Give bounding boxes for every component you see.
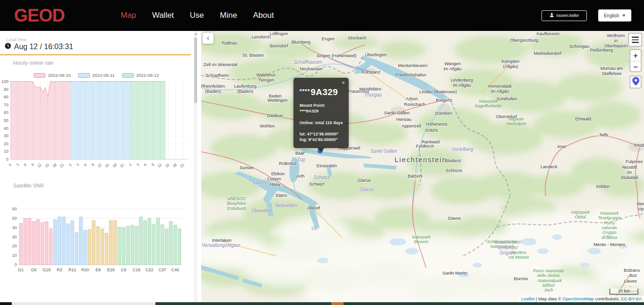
map-label: Horw [270, 182, 280, 187]
nav-item-wallet[interactable]: Wallet [152, 11, 174, 20]
svg-text:C37: C37 [159, 268, 167, 272]
map-label: Fulpmes [626, 159, 643, 164]
attribution-link[interactable]: CC-BY-SA [621, 296, 642, 301]
locate-marker-button[interactable] [629, 75, 642, 89]
local-time-value: Aug 12 / 16:03:31 [14, 43, 73, 51]
sidebar-scrollbar[interactable]: ▲ [194, 31, 198, 302]
map-label: Kempten (Allgäu) [502, 59, 520, 69]
map-label: Naturpark Texelgruppe Parco naturale Gru… [598, 211, 621, 240]
svg-text:18: 18 [112, 163, 118, 169]
svg-text:12: 12 [96, 163, 102, 169]
content: Local Time Aug 12 / 16:03:31 Hourly onli… [0, 31, 644, 302]
map-label: Wettingen [268, 98, 288, 103]
svg-text:R20: R20 [81, 268, 89, 272]
scrollbar-thumb[interactable] [194, 37, 197, 103]
map-label: Landeck [541, 164, 557, 170]
map-label: Hohenems [426, 122, 447, 127]
map-label: Baar [295, 151, 305, 156]
clock-icon [5, 43, 11, 51]
svg-text:21: 21 [179, 163, 185, 169]
map-label: Löffingen [270, 31, 288, 37]
map-label: Oberstdorf [496, 114, 517, 119]
map-label: Sankt Gallen [384, 111, 410, 116]
hourly-online-rate-chart[interactable]: 0102030405060708090100036912151821036912… [0, 78, 193, 176]
map-label: Zell im Wiesental [204, 62, 237, 67]
svg-text:R3: R3 [57, 268, 62, 272]
map-label: Naturpark Ötztal [571, 210, 590, 220]
user-account-button[interactable]: rouven.keller [542, 10, 587, 21]
legend-swatch [78, 73, 90, 78]
popup-title-mask: **** [300, 88, 310, 95]
svg-text:C46: C46 [171, 268, 179, 272]
layers-control-button[interactable] [628, 33, 642, 47]
attribution-link[interactable]: OpenStreetMap [563, 296, 594, 301]
attribution-link[interactable]: Leaflet [521, 296, 535, 301]
legend-item[interactable]: 2022-08-10 [34, 73, 71, 78]
svg-text:6: 6 [83, 163, 88, 167]
zoom-in-button[interactable]: + [630, 50, 641, 61]
nav-item-map[interactable]: Map [121, 11, 136, 20]
svg-text:10: 10 [4, 149, 8, 154]
legend-label: 2022-08-12 [136, 73, 159, 78]
map-label: Nidwalden [275, 203, 297, 208]
map-scale-bar: 20 km [609, 289, 638, 295]
svg-text:50: 50 [4, 118, 8, 123]
svg-text:12: 12 [37, 163, 43, 169]
nav-item-mine[interactable]: Mine [220, 11, 237, 20]
map-canvas[interactable]: TodtnauLenzkirchLöffingenBonndorfBlumber… [201, 31, 644, 302]
svg-text:20: 20 [4, 141, 8, 146]
nav-item-about[interactable]: About [253, 11, 274, 20]
nav-items: MapWalletUseMineAbout [121, 11, 274, 20]
svg-text:0: 0 [6, 157, 8, 162]
map-label: Bormio [514, 276, 528, 282]
legend-item[interactable]: 2022-08-11 [78, 73, 115, 78]
map-label: Peißenberg [590, 48, 613, 53]
geod-logo[interactable]: GEOD [14, 6, 65, 26]
user-name-label: rouven.keller [556, 13, 579, 18]
scrollbar-up-arrow-icon[interactable]: ▲ [194, 32, 198, 35]
satellite-snr-chart[interactable]: 0102030405060G1G6G19R3R12R20E8E26C6C16C2… [0, 204, 193, 277]
map-label: Bolzano - Boz [624, 268, 640, 278]
popup-mount-point: Mount Point: ****9A329 [300, 103, 344, 114]
map-label: Wohlen [260, 124, 275, 129]
legend-item[interactable]: 2022-08-12 [122, 73, 159, 78]
zoom-out-button[interactable]: − [630, 61, 641, 73]
map-label: Naturpark Beverin [412, 235, 431, 245]
language-select-button[interactable]: English [598, 9, 631, 22]
map-label: Zug [297, 157, 305, 163]
map-label: Wangen im Allgäu [444, 61, 462, 72]
svg-text:12: 12 [157, 163, 163, 169]
svg-text:80: 80 [4, 95, 8, 99]
svg-text:60: 60 [4, 110, 8, 115]
svg-text:21: 21 [119, 163, 125, 169]
svg-text:9: 9 [151, 163, 155, 167]
svg-text:0: 0 [15, 262, 17, 267]
svg-text:30: 30 [12, 235, 17, 239]
map-label: Ebikon [271, 171, 285, 177]
nav-item-use[interactable]: Use [190, 11, 204, 20]
map-label: Götzis [425, 128, 438, 133]
layers-icon [632, 37, 639, 38]
map-label: Graubünden/ Grischun/ Grigioni [494, 239, 521, 256]
legend-label: 2022-08-10 [48, 73, 71, 78]
map-label: Einsiedeln [316, 164, 337, 169]
map-label: Immenstadt im Allgäu [488, 84, 512, 94]
map-label: Altdorf [307, 206, 320, 211]
svg-text:R12: R12 [68, 268, 76, 272]
map-place-labels: TodtnauLenzkirchLöffingenBonndorfBlumber… [201, 31, 644, 302]
map-label: Meckenbeuren [398, 63, 428, 68]
map-label: Singen (Hohentwiel) [316, 53, 357, 59]
map-label: Neuhausen [300, 67, 323, 72]
popup-close-button[interactable]: × [342, 80, 345, 86]
svg-text:70: 70 [4, 103, 8, 107]
svg-text:40: 40 [12, 225, 17, 230]
map-label: Lindenberg im Allgäu [451, 78, 473, 88]
map-label: Arth [296, 174, 304, 179]
svg-text:18: 18 [172, 163, 178, 169]
map-label: Schweizerischer Nationalpark [487, 239, 518, 249]
popup-station-title: ****9A329 [300, 87, 344, 97]
bottom-strip-segment [331, 302, 344, 305]
sidebar-collapse-button[interactable]: ‹ [202, 32, 214, 44]
map-label: Parco Nazionale dello Stelvio - National… [533, 268, 564, 293]
map-label: Arbon [406, 97, 417, 102]
